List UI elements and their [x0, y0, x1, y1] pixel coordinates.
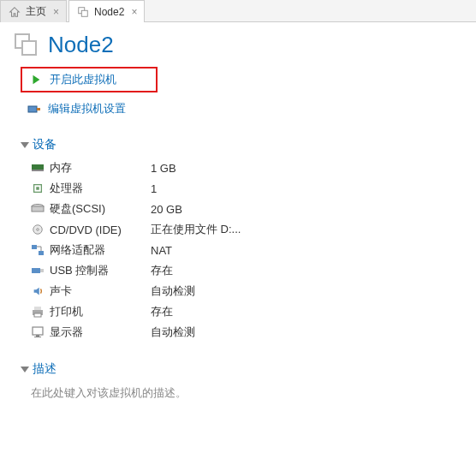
close-icon[interactable]: ×: [131, 6, 137, 18]
power-on-label: 开启此虚拟机: [50, 72, 116, 87]
svg-rect-22: [36, 335, 39, 337]
description-placeholder[interactable]: 在此处键入对该虚拟机的描述。: [21, 382, 455, 401]
svg-rect-1: [81, 10, 87, 16]
tab-node2-label: Node2: [94, 6, 124, 18]
page-title: Node2: [48, 32, 114, 58]
vm-icon: [76, 5, 90, 19]
svg-point-13: [37, 229, 39, 231]
cpu-icon: [31, 182, 45, 195]
tab-bar: 主页 × Node2 ×: [0, 0, 476, 22]
svg-rect-9: [36, 187, 39, 190]
close-icon[interactable]: ×: [53, 6, 59, 18]
device-display[interactable]: 显示器 自动检测: [21, 322, 455, 343]
cd-icon: [31, 223, 45, 236]
tab-node2[interactable]: Node2 ×: [68, 0, 145, 22]
svg-rect-15: [39, 251, 44, 255]
device-disk[interactable]: 硬盘(SCSI) 20 GB: [21, 199, 455, 219]
disk-icon: [31, 202, 45, 216]
page-header: Node2: [0, 22, 476, 67]
printer-icon: [31, 305, 45, 319]
svg-rect-20: [34, 313, 41, 317]
display-icon: [31, 325, 45, 339]
svg-rect-21: [33, 327, 43, 335]
edit-settings-label: 编辑虚拟机设置: [48, 101, 126, 116]
chevron-down-icon: [21, 142, 29, 148]
device-cpu[interactable]: 处理器 1: [21, 178, 455, 199]
device-cd[interactable]: CD/DVD (IDE) 正在使用文件 D:...: [21, 219, 455, 240]
description-section-label: 描述: [33, 361, 57, 377]
play-icon: [29, 73, 43, 86]
svg-rect-14: [32, 245, 37, 249]
svg-rect-19: [34, 307, 41, 310]
power-on-button[interactable]: 开启此虚拟机: [21, 67, 158, 92]
tab-home[interactable]: 主页 ×: [0, 0, 67, 22]
memory-icon: [31, 161, 45, 175]
chevron-down-icon: [21, 367, 29, 373]
devices-section-label: 设备: [33, 137, 57, 152]
svg-rect-17: [40, 269, 44, 272]
svg-rect-4: [28, 106, 37, 112]
home-icon: [8, 5, 21, 19]
svg-rect-3: [22, 41, 36, 55]
svg-rect-5: [37, 108, 40, 110]
device-sound[interactable]: 声卡 自动检测: [21, 281, 455, 301]
sound-icon: [31, 284, 45, 298]
device-memory[interactable]: 内存 1 GB: [21, 158, 455, 178]
edit-settings-button[interactable]: 编辑虚拟机设置: [21, 98, 455, 120]
usb-icon: [31, 264, 45, 277]
vm-large-icon: [12, 31, 39, 58]
network-icon: [31, 243, 45, 257]
tab-home-label: 主页: [26, 4, 46, 19]
svg-rect-11: [32, 206, 44, 212]
svg-rect-23: [34, 337, 41, 337]
wrench-icon: [27, 102, 41, 116]
svg-rect-6: [32, 164, 44, 170]
svg-rect-7: [32, 170, 44, 171]
device-usb[interactable]: USB 控制器 存在: [21, 260, 455, 281]
device-network[interactable]: 网络适配器 NAT: [21, 240, 455, 260]
device-printer[interactable]: 打印机 存在: [21, 301, 455, 322]
svg-rect-16: [32, 268, 40, 273]
devices-section-header[interactable]: 设备: [21, 137, 455, 152]
description-section-header[interactable]: 描述: [21, 361, 455, 377]
